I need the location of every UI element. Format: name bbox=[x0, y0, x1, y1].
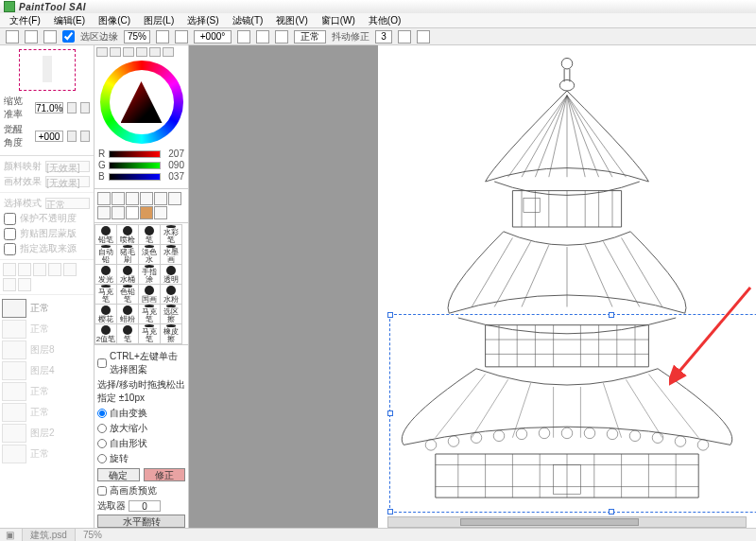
transform-cancel-button[interactable]: 修正 bbox=[144, 468, 186, 481]
brush-slot[interactable]: 透明 bbox=[160, 264, 182, 285]
menu-select[interactable]: 选择(S) bbox=[181, 13, 224, 28]
brush-slot[interactable]: 樱花 bbox=[94, 304, 117, 324]
new-layer-icon[interactable] bbox=[3, 263, 16, 276]
brush-slot[interactable]: 水粉 bbox=[160, 284, 182, 305]
r-slider[interactable] bbox=[109, 150, 161, 158]
canvas[interactable] bbox=[378, 45, 756, 528]
layer-row[interactable]: 正常 bbox=[2, 403, 92, 422]
layer-row[interactable]: 图层4 bbox=[2, 361, 92, 380]
handle-w[interactable] bbox=[387, 410, 393, 416]
brush-slot[interactable]: 色铅笔 bbox=[116, 284, 139, 305]
new-vector-layer-icon[interactable] bbox=[18, 263, 31, 276]
magic-wand-tool-icon[interactable] bbox=[126, 192, 139, 205]
reset-angle-icon[interactable] bbox=[256, 30, 269, 44]
transparent-swatch-icon[interactable] bbox=[154, 206, 167, 219]
g-slider[interactable] bbox=[109, 162, 161, 169]
navigator-thumb[interactable] bbox=[19, 49, 76, 91]
menu-view[interactable]: 视图(V) bbox=[270, 13, 313, 28]
brush-slot[interactable]: 手指涂 bbox=[138, 264, 161, 285]
brush-slot[interactable]: 橡皮擦 bbox=[160, 323, 182, 344]
brush-slot[interactable]: 选区擦 bbox=[160, 304, 182, 324]
handle-nw[interactable] bbox=[387, 312, 393, 318]
clip-mask-checkbox[interactable] bbox=[4, 228, 16, 240]
zoom-tool-icon[interactable] bbox=[154, 192, 167, 205]
color-wheel[interactable] bbox=[100, 61, 183, 144]
protect-opacity-checkbox[interactable] bbox=[4, 213, 16, 225]
brush-slot[interactable]: 马克笔 bbox=[94, 284, 117, 305]
mode-freeform-radio[interactable] bbox=[97, 439, 107, 448]
rgb-slider-tab-icon[interactable] bbox=[110, 47, 121, 57]
lasso-tool-icon[interactable] bbox=[112, 192, 125, 205]
menu-other[interactable]: 其他(O) bbox=[363, 13, 406, 28]
brush-slot[interactable]: 马克笔 bbox=[138, 304, 161, 324]
duplicate-layer-icon[interactable] bbox=[63, 263, 77, 276]
scratchpad-tab-icon[interactable] bbox=[163, 47, 174, 57]
brush-slot[interactable]: 铅笔 bbox=[94, 224, 117, 245]
brush-slot[interactable]: 2值笔 bbox=[94, 323, 117, 344]
canvas-angle-field[interactable]: +000° bbox=[194, 30, 232, 44]
zoom-value[interactable]: 71.0% bbox=[35, 102, 63, 113]
rot-value[interactable]: +000 bbox=[35, 131, 63, 142]
grayscale-tab-icon[interactable] bbox=[136, 47, 147, 57]
misc-a-icon[interactable] bbox=[398, 30, 411, 44]
snap-toggle-icon[interactable] bbox=[175, 30, 188, 44]
brush-slot[interactable]: 水墨画 bbox=[160, 244, 182, 265]
edgecut-value[interactable]: 75% bbox=[124, 30, 150, 44]
sel-mode-replace-icon[interactable] bbox=[6, 30, 19, 44]
mode-rotate-radio[interactable] bbox=[97, 454, 107, 463]
move-tool-icon[interactable] bbox=[140, 192, 153, 205]
brush-slot[interactable]: 水彩笔 bbox=[160, 224, 182, 245]
color-wheel-tab-icon[interactable] bbox=[96, 47, 108, 57]
brush-slot[interactable]: 笔 bbox=[116, 323, 139, 344]
hsv-slider-tab-icon[interactable] bbox=[123, 47, 134, 57]
delete-layer-icon[interactable] bbox=[18, 278, 31, 291]
canvas-h-scrollbar[interactable] bbox=[387, 516, 747, 528]
blend-mode-field[interactable]: 正常 bbox=[294, 30, 326, 44]
transform-ok-button[interactable]: 确定 bbox=[97, 468, 140, 481]
fg-swatch-icon[interactable] bbox=[126, 206, 139, 219]
brush-slot[interactable]: 猪毛刷 bbox=[116, 244, 139, 265]
zoom-down-icon[interactable] bbox=[80, 102, 90, 113]
layer-row[interactable]: 正常 bbox=[2, 382, 92, 401]
layer-row[interactable]: 图层8 bbox=[2, 340, 92, 359]
eyedropper-tool-icon[interactable] bbox=[112, 206, 125, 219]
b-slider[interactable] bbox=[109, 173, 161, 181]
swatches-tab-icon[interactable] bbox=[149, 47, 161, 57]
rot-down-icon[interactable] bbox=[80, 131, 90, 142]
brush-slot[interactable]: 自动铅 bbox=[94, 244, 117, 265]
select-source-checkbox[interactable] bbox=[4, 243, 16, 255]
brush-slot[interactable]: 淡色水 bbox=[138, 244, 161, 265]
handle-n[interactable] bbox=[609, 312, 614, 318]
brush-slot[interactable]: 喷枪 bbox=[116, 224, 139, 245]
layer-row[interactable]: 正常 bbox=[2, 445, 92, 463]
menu-image[interactable]: 图像(C) bbox=[93, 13, 136, 28]
brush-slot[interactable]: 笔 bbox=[138, 224, 161, 245]
scrollbar-thumb[interactable] bbox=[460, 518, 639, 526]
zoom-up-icon[interactable] bbox=[67, 102, 77, 113]
layer-row[interactable]: 图层2 bbox=[2, 424, 92, 443]
brush-slot[interactable]: 发光 bbox=[94, 264, 117, 285]
stabilizer-value[interactable]: 3 bbox=[375, 30, 392, 44]
brush-slot[interactable]: 马克笔 bbox=[138, 323, 161, 344]
brush-slot[interactable]: 国画 bbox=[138, 284, 161, 305]
handle-sw[interactable] bbox=[387, 509, 393, 515]
menu-file[interactable]: 文件(F) bbox=[4, 13, 46, 28]
layer-row[interactable]: 正常 bbox=[2, 320, 92, 339]
bg-swatch-icon[interactable] bbox=[140, 206, 153, 219]
edgecut-checkbox[interactable] bbox=[62, 30, 75, 43]
menu-layer[interactable]: 图层(L) bbox=[138, 13, 180, 28]
hq-preview-checkbox[interactable] bbox=[97, 486, 107, 496]
paint-mapping-select[interactable]: [无效果] bbox=[45, 161, 90, 172]
rot-up-icon[interactable] bbox=[67, 131, 77, 142]
sel-mode-sub-icon[interactable] bbox=[43, 30, 57, 44]
layer-blend-select[interactable]: 正常 bbox=[45, 198, 90, 209]
layer-row[interactable]: 正常 bbox=[2, 299, 92, 318]
hand-tool-icon[interactable] bbox=[97, 206, 111, 219]
mode-scale-radio[interactable] bbox=[97, 424, 107, 433]
flip-h-icon[interactable] bbox=[275, 30, 288, 44]
texture-select[interactable]: [无效果] bbox=[45, 176, 90, 187]
angle-step-icon[interactable] bbox=[237, 30, 250, 44]
clear-layer-icon[interactable] bbox=[3, 278, 16, 291]
new-folder-icon[interactable] bbox=[33, 263, 46, 276]
ctrl-click-checkbox[interactable] bbox=[97, 358, 107, 368]
